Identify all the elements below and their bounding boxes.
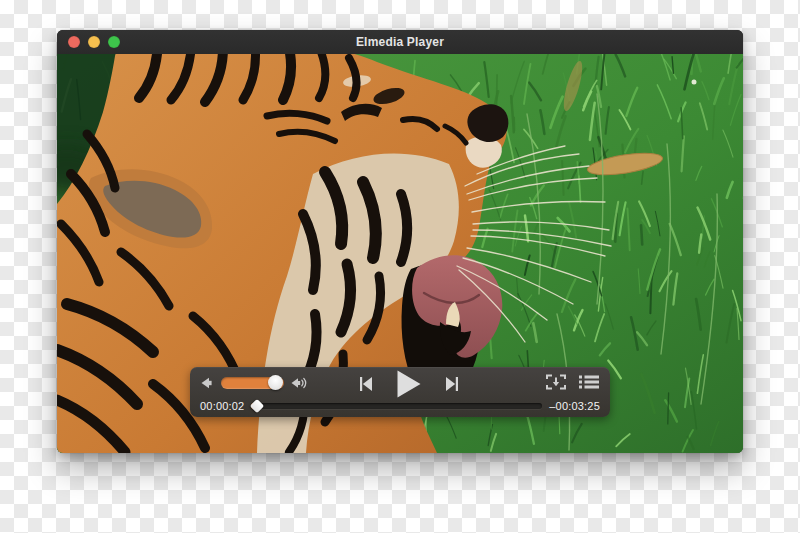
playlist-button[interactable] xyxy=(579,374,599,390)
elmedia-player-window: Elmedia Player xyxy=(57,30,743,453)
enter-fullscreen-icon xyxy=(546,374,566,390)
video-area[interactable]: 00:00:02 –00:03:25 xyxy=(57,54,743,453)
seek-knob[interactable] xyxy=(250,399,264,413)
seek-bar[interactable] xyxy=(251,403,542,409)
control-bar: 00:00:02 –00:03:25 xyxy=(190,367,610,417)
close-button[interactable] xyxy=(68,36,80,48)
volume-knob[interactable] xyxy=(268,375,283,390)
grass-highlight-dot xyxy=(692,80,697,85)
window-title: Elmedia Player xyxy=(356,35,444,49)
playlist-icon xyxy=(579,374,599,390)
transport-controls xyxy=(359,369,459,399)
volume-up-button[interactable] xyxy=(291,377,308,389)
next-button[interactable] xyxy=(445,376,459,392)
play-icon xyxy=(397,370,421,398)
pip-button[interactable] xyxy=(546,374,566,390)
elapsed-time: 00:00:02 xyxy=(200,399,244,413)
desktop-transparency-checker: Elmedia Player xyxy=(0,0,800,533)
play-button[interactable] xyxy=(397,370,421,398)
skip-back-icon xyxy=(359,376,373,392)
traffic-lights xyxy=(68,36,120,48)
zoom-button[interactable] xyxy=(108,36,120,48)
volume-group xyxy=(201,371,308,395)
speaker-low-icon xyxy=(201,377,214,389)
remaining-time: –00:03:25 xyxy=(549,399,600,413)
volume-mute-button[interactable] xyxy=(201,377,214,389)
volume-slider[interactable] xyxy=(221,377,284,389)
secondary-controls xyxy=(546,374,599,390)
timeline-row: 00:00:02 –00:03:25 xyxy=(200,399,600,413)
minimize-button[interactable] xyxy=(88,36,100,48)
titlebar[interactable]: Elmedia Player xyxy=(57,30,743,54)
speaker-high-icon xyxy=(291,377,308,389)
previous-button[interactable] xyxy=(359,376,373,392)
skip-forward-icon xyxy=(445,376,459,392)
